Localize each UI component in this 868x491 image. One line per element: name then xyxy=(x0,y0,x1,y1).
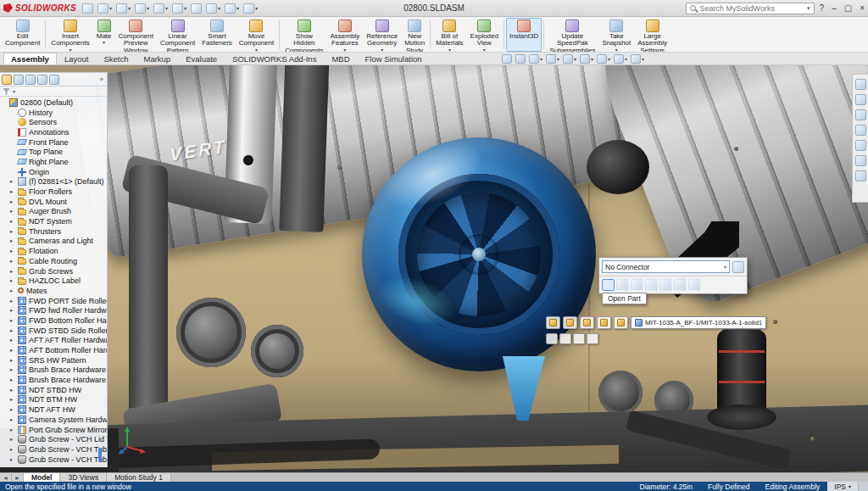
appearances-scenes-icon[interactable] xyxy=(855,140,866,151)
ribbon-button-move-component[interactable]: Move Component▾ xyxy=(236,18,277,52)
ribbon-button-new-motion-study[interactable]: New Motion Study xyxy=(401,18,428,52)
tree-item-annotations[interactable]: Annotations xyxy=(0,127,107,137)
redo-button[interactable] xyxy=(190,3,203,14)
expand-arrow-icon[interactable]: ▸ xyxy=(10,347,15,354)
tree-item-origin[interactable]: Origin xyxy=(0,167,107,177)
open-part-icon[interactable] xyxy=(602,279,615,291)
tree-item-grub-screw-vch-tub-bot-leaz[interactable]: ▸Grub Screw - VCH Tub Bot - Leaz xyxy=(0,455,107,465)
tree-item-floor-rollers[interactable]: ▸Floor Rollers xyxy=(0,187,107,197)
tree-item-srs-hw-pattern[interactable]: ▸SRS HW Pattern xyxy=(0,355,107,365)
tab-evaluate[interactable]: Evaluate xyxy=(178,53,225,64)
expand-arrow-icon[interactable]: ▸ xyxy=(10,406,15,413)
dimxpertmanager-icon[interactable] xyxy=(37,75,47,85)
tree-item-fwd-bottom-roller-hardware[interactable]: ▸FWD Bottom Roller Hardware xyxy=(0,315,107,326)
minimize-button[interactable]: – xyxy=(832,3,837,13)
ribbon-button-exploded-view[interactable]: Exploded View▾ xyxy=(467,18,502,52)
tree-item-cameras-and-light[interactable]: ▸Cameras and Light xyxy=(0,237,107,247)
tree-item-camera-system-hardware-pattern[interactable]: ▸Camera System Hardware Pattern xyxy=(0,415,107,425)
new-document-button[interactable]: ▾ xyxy=(97,3,113,14)
expand-arrow-icon[interactable]: ▸ xyxy=(10,287,15,294)
quick-filter-body-icon[interactable] xyxy=(587,333,598,344)
display-style-button[interactable]: ▾ xyxy=(580,54,593,64)
quick-filter-face-icon[interactable] xyxy=(546,333,558,344)
hide-show-items-button[interactable]: ▾ xyxy=(597,54,610,64)
tree-item-right-plane[interactable]: Right Plane xyxy=(0,157,107,167)
save-document-button[interactable]: ▾ xyxy=(134,3,150,14)
breadcrumb-subassembly-icon[interactable] xyxy=(563,316,577,329)
tree-item-02800-default[interactable]: 02800 (Default) xyxy=(0,98,107,108)
expand-arrow-icon[interactable]: ▸ xyxy=(10,277,15,284)
expand-arrow-icon[interactable]: ▸ xyxy=(10,248,15,254)
configurationmanager-icon[interactable] xyxy=(25,75,36,85)
roller-wheel-large[interactable] xyxy=(176,298,246,367)
rebuild-button[interactable]: ▾ xyxy=(224,3,240,14)
help-button[interactable]: ? xyxy=(820,3,825,13)
solidworks-forum-icon[interactable] xyxy=(855,170,866,181)
ribbon-button-component-preview-window[interactable]: Component Preview Window xyxy=(115,18,157,52)
tab-flow-simulation[interactable]: Flow Simulation xyxy=(358,53,430,64)
zoom-to-area-button[interactable] xyxy=(515,54,526,64)
tree-item-flotation[interactable]: ▸Flotation xyxy=(0,246,107,256)
breadcrumb-face-icon[interactable] xyxy=(614,316,628,329)
manager-overflow-icon[interactable]: » xyxy=(100,75,105,83)
ribbon-button-large-assembly-settings[interactable]: Large Assembly Settings▾ xyxy=(634,18,670,52)
select-other-icon[interactable] xyxy=(616,279,629,291)
quick-filter-edge-icon[interactable] xyxy=(559,333,571,344)
expand-arrow-icon[interactable]: ▸ xyxy=(10,327,15,334)
expand-arrow-icon[interactable]: ▸ xyxy=(10,228,15,235)
unit-system-selector[interactable]: IPS ▾ xyxy=(827,482,858,491)
tree-item-grub-screws[interactable]: ▸Grub Screws xyxy=(0,266,107,276)
tree-item-aft-aft-roller-hardware[interactable]: ▸AFT AFT Roller Hardware xyxy=(0,336,107,346)
tree-item-history[interactable]: History xyxy=(0,108,107,118)
close-button[interactable]: × xyxy=(860,3,865,13)
file-properties-button[interactable] xyxy=(81,3,94,14)
tree-filter-bar[interactable]: ▾ xyxy=(0,86,107,97)
design-library-icon[interactable] xyxy=(855,94,866,105)
select-button[interactable]: ▾ xyxy=(205,3,221,14)
ribbon-button-instant3d[interactable]: Instant3D xyxy=(506,18,542,52)
ribbon-button-bill-of-materials[interactable]: Bill of Materials▾ xyxy=(432,18,466,52)
expand-arrow-icon[interactable]: ▸ xyxy=(10,377,15,383)
expand-arrow-icon[interactable]: ▸ xyxy=(10,258,15,265)
bottom-tab-3d-views[interactable]: 3D Views xyxy=(60,473,107,482)
view-settings-button[interactable]: ▾ xyxy=(631,54,644,64)
view-orientation-button[interactable]: ▾ xyxy=(563,54,576,64)
expand-arrow-icon[interactable]: ▸ xyxy=(10,396,15,403)
expand-arrow-icon[interactable]: ▸ xyxy=(10,416,15,423)
connector-settings-icon[interactable] xyxy=(732,261,744,273)
tab-assembly[interactable]: Assembly xyxy=(3,53,57,64)
solidworks-resources-icon[interactable] xyxy=(855,79,866,90)
tree-item-port-grub-screw-mirror[interactable]: ▸Port Grub Screw Mirror xyxy=(0,425,107,435)
tree-item-brush-brace-hardware[interactable]: ▸Brush Brace Hardware xyxy=(0,365,107,376)
undo-button[interactable]: ▾ xyxy=(171,3,187,14)
tree-item-fwd-port-side-roller-hardware[interactable]: ▸FWD PORT Side Roller Hardware xyxy=(0,296,107,306)
tree-item-auger-brush[interactable]: ▸Auger Brush xyxy=(0,207,107,217)
print-document-button[interactable]: ▾ xyxy=(153,3,169,14)
tree-item-front-plane[interactable]: Front Plane xyxy=(0,137,107,148)
tree-item-sensors[interactable]: Sensors xyxy=(0,117,107,127)
breadcrumb-assembly-icon[interactable] xyxy=(546,316,560,329)
tree-item-ndt-system[interactable]: ▸NDT System xyxy=(0,216,107,226)
tab-solidworks-add-ins[interactable]: SOLIDWORKS Add-Ins xyxy=(225,53,324,64)
scroll-tabs-right-button[interactable]: ► xyxy=(12,473,24,482)
zoom-to-fit-button[interactable] xyxy=(502,54,512,64)
roller-wheel-small[interactable] xyxy=(251,325,303,377)
connector-dropdown[interactable]: No Connector ▾ xyxy=(602,260,730,273)
tab-markup[interactable]: Markup xyxy=(136,53,178,64)
aft-thruster-base[interactable] xyxy=(707,405,776,430)
tree-item-thrusters[interactable]: ▸Thrusters xyxy=(0,226,107,237)
expand-arrow-icon[interactable]: ▸ xyxy=(10,188,15,195)
expand-arrow-icon[interactable]: ▸ xyxy=(10,237,15,244)
previous-view-button[interactable]: ▾ xyxy=(529,54,542,64)
breadcrumb-part-icon[interactable] xyxy=(580,316,594,329)
expand-arrow-icon[interactable]: ▸ xyxy=(10,317,15,324)
ribbon-button-edit-component[interactable]: Edit Component xyxy=(2,18,43,52)
ribbon-button-take-snapshot[interactable]: Take Snapshot▾ xyxy=(598,18,634,52)
tree-item-grub-screw-vch-lid-top[interactable]: ▸Grub Screw - VCH Lid Top xyxy=(0,434,107,444)
zoom-to-selection-icon[interactable] xyxy=(631,279,643,291)
tree-item-ndt-stbd-hw[interactable]: ▸NDT STBD HW xyxy=(0,385,107,395)
ribbon-button-reference-geometry[interactable]: Reference Geometry▾ xyxy=(363,18,401,52)
frame-disk-left[interactable] xyxy=(598,371,643,415)
ribbon-button-update-speedpak-subassemblies[interactable]: Update SpeedPak Subassemblies xyxy=(546,18,598,52)
scroll-tabs-left-button[interactable]: ◄ xyxy=(0,473,12,482)
